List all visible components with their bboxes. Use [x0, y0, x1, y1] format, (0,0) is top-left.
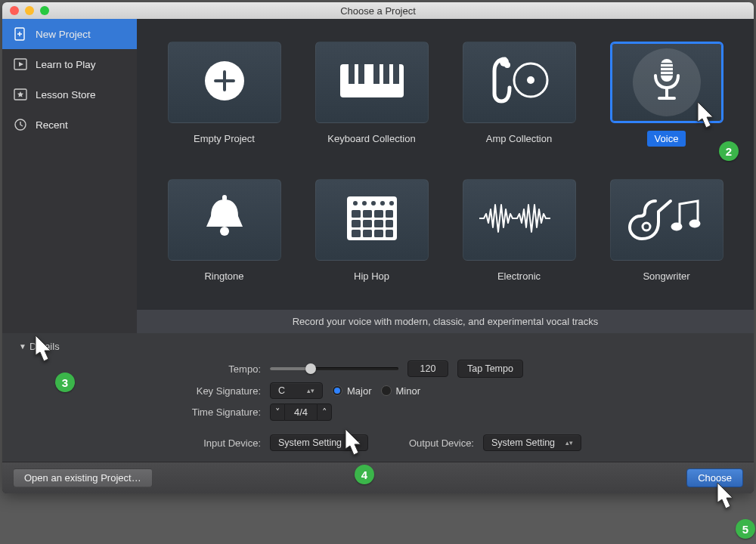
clock-icon [13, 117, 28, 132]
input-device-label: Input Device: [19, 437, 261, 449]
svg-rect-7 [358, 64, 364, 84]
template-songwriter[interactable]: Songwriter [602, 179, 731, 303]
output-device-label: Output Device: [409, 437, 474, 449]
radio-on-icon [332, 385, 342, 396]
chevron-updown-icon: ▴▾ [307, 387, 314, 394]
bell-icon [198, 192, 251, 248]
svg-point-14 [504, 62, 510, 68]
plus-doc-icon [13, 26, 28, 42]
tempo-label: Tempo: [19, 363, 261, 375]
template-amp-collection[interactable]: Amp Collection [454, 42, 584, 165]
svg-rect-38 [374, 230, 383, 237]
disclosure-triangle-icon: ▼ [19, 342, 26, 351]
svg-point-23 [353, 201, 358, 206]
template-hip-hop[interactable]: Hip Hop [307, 179, 436, 303]
window-body: New Project Learn to Play Lesson Store R… [2, 19, 754, 333]
svg-rect-33 [363, 220, 372, 227]
sidebar-item-label: Recent [36, 119, 68, 131]
template-label: Electronic [490, 268, 548, 284]
sidebar-item-lesson-store[interactable]: Lesson Store [2, 79, 137, 110]
svg-point-42 [690, 221, 699, 227]
window-title: Choose a Project [2, 5, 754, 17]
footer: Open an existing Project… Choose [2, 462, 754, 493]
svg-rect-30 [374, 210, 383, 218]
guitar-notes-icon [625, 192, 708, 248]
template-ringtone[interactable]: Ringtone [160, 179, 289, 303]
sidebar-item-new-project[interactable]: New Project [2, 19, 137, 49]
svg-rect-37 [363, 230, 372, 237]
template-keyboard-collection[interactable]: Keyboard Collection [307, 42, 436, 165]
star-icon [13, 87, 28, 102]
sidebar-item-learn[interactable]: Learn to Play [2, 49, 137, 79]
choose-button[interactable]: Choose [686, 468, 743, 487]
tempo-value[interactable]: 120 [407, 360, 448, 377]
chevron-updown-icon: ▴▾ [352, 439, 360, 447]
annotation-badge: 5 [736, 519, 755, 539]
input-device-select[interactable]: System Setting▴▾ [270, 434, 368, 451]
template-electronic[interactable]: Electronic [454, 179, 584, 303]
template-label: Keyboard Collection [320, 131, 423, 147]
main-pane: Empty Project Keyboard Collection Amp Co… [137, 19, 754, 333]
svg-rect-15 [661, 59, 673, 82]
template-label: Songwriter [635, 268, 697, 284]
svg-rect-9 [383, 64, 389, 84]
drumpad-icon [342, 192, 401, 248]
svg-rect-6 [349, 64, 355, 84]
svg-rect-21 [222, 195, 227, 201]
template-label: Ringtone [197, 268, 251, 284]
key-minor-radio[interactable]: Minor [381, 385, 421, 397]
svg-rect-39 [386, 230, 393, 237]
template-label: Amp Collection [479, 131, 559, 147]
mic-icon [648, 54, 686, 110]
details-heading: Details [29, 341, 60, 352]
template-label: Empty Project [186, 131, 262, 147]
details-panel: ▼ Details Tempo: 120 Tap Tempo Key Signa… [2, 333, 754, 462]
tempo-slider[interactable] [270, 363, 398, 374]
wave-icon [478, 199, 561, 240]
svg-rect-8 [373, 64, 380, 84]
template-voice[interactable]: Voice [602, 42, 731, 165]
svg-rect-34 [374, 220, 383, 227]
key-select[interactable]: C▴▾ [270, 382, 323, 399]
chevron-updown-icon: ▴▾ [565, 439, 573, 447]
svg-point-26 [380, 201, 385, 206]
sidebar-item-label: New Project [36, 29, 91, 40]
svg-rect-28 [352, 210, 361, 218]
key-label: Key Signature: [19, 385, 261, 397]
svg-rect-31 [386, 210, 393, 218]
svg-rect-36 [352, 230, 361, 237]
template-empty-project[interactable]: Empty Project [160, 42, 289, 165]
tap-tempo-button[interactable]: Tap Tempo [457, 360, 523, 378]
svg-rect-29 [363, 210, 372, 218]
sidebar-item-label: Learn to Play [36, 59, 96, 70]
svg-point-12 [527, 76, 534, 84]
play-note-icon [13, 57, 28, 72]
svg-rect-32 [352, 220, 361, 227]
stepper-down-icon[interactable]: ˅ [270, 403, 285, 421]
titlebar: Choose a Project [2, 2, 754, 19]
sidebar: New Project Learn to Play Lesson Store R… [2, 19, 137, 333]
output-device-select[interactable]: System Setting▴▾ [483, 434, 581, 451]
svg-rect-10 [393, 64, 399, 84]
time-sig-stepper[interactable]: ˅ 4/4 ˄ [270, 403, 332, 421]
template-grid: Empty Project Keyboard Collection Amp Co… [137, 19, 754, 310]
plus-circle-icon [203, 59, 246, 106]
template-description: Record your voice with modern, classic, … [137, 310, 754, 333]
template-label: Hip Hop [346, 268, 397, 284]
svg-point-24 [362, 201, 367, 206]
svg-point-40 [643, 223, 650, 230]
project-chooser-window: Choose a Project New Project Learn to Pl… [2, 2, 754, 493]
details-disclosure[interactable]: ▼ Details [19, 341, 737, 352]
svg-point-27 [389, 201, 394, 206]
open-existing-button[interactable]: Open an existing Project… [13, 468, 153, 487]
svg-point-41 [672, 224, 681, 230]
keyboard-icon [339, 60, 405, 105]
radio-off-icon [381, 385, 392, 396]
sidebar-item-recent[interactable]: Recent [2, 110, 137, 140]
sidebar-item-label: Lesson Store [36, 89, 96, 100]
amp-icon [485, 54, 553, 110]
key-major-radio[interactable]: Major [332, 385, 372, 397]
stepper-up-icon[interactable]: ˄ [317, 403, 332, 421]
time-sig-value: 4/4 [285, 403, 317, 421]
template-label: Voice [647, 131, 686, 147]
